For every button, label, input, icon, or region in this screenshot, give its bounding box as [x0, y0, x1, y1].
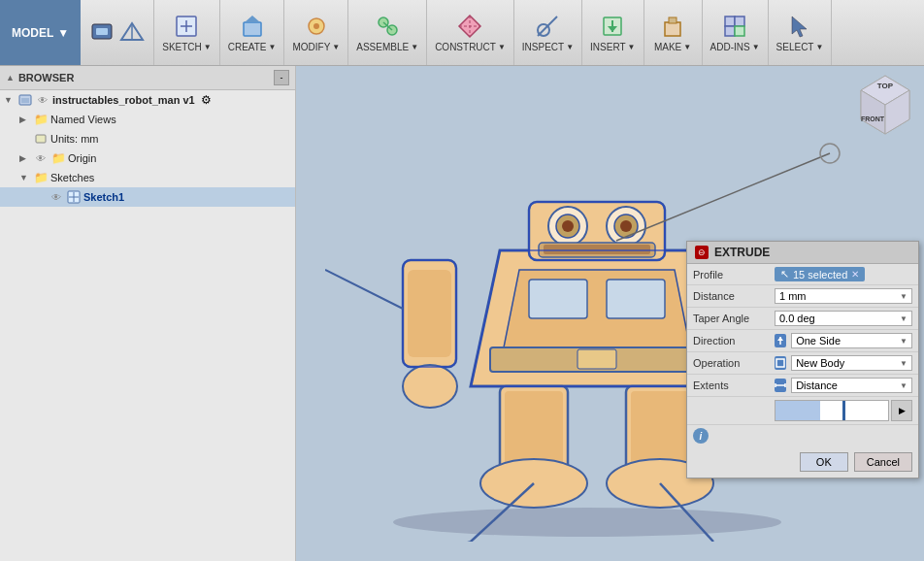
insert-arrow: ▼ [628, 43, 636, 51]
tree-item-named-views[interactable]: ▶ 📁 Named Views [0, 110, 295, 129]
extent-slider[interactable] [775, 400, 889, 421]
direction-input[interactable]: One Side ▼ [791, 333, 912, 348]
svg-rect-23 [669, 17, 676, 23]
select-label: SELECT [776, 42, 814, 52]
tree-icon-sketch1 [66, 189, 82, 205]
svg-rect-7 [244, 22, 261, 36]
profile-clear-btn[interactable]: ✕ [851, 269, 859, 280]
tree-settings-root[interactable]: ⚙ [201, 93, 212, 107]
nav-icon-1 [88, 19, 116, 47]
modify-arrow: ▼ [332, 43, 340, 51]
toolbar-group-inspect[interactable]: INSPECT ▼ [514, 0, 582, 65]
extrude-operation-label: Operation [693, 357, 771, 369]
svg-rect-47 [529, 280, 587, 318]
model-label: MODEL [12, 26, 53, 40]
assemble-arrow: ▼ [411, 43, 418, 51]
inspect-arrow: ▼ [566, 43, 574, 51]
taper-input[interactable]: 0.0 deg ▼ [775, 311, 912, 326]
svg-rect-25 [735, 16, 744, 26]
extrude-row-slider: ▶ [687, 397, 918, 425]
svg-rect-61 [631, 391, 689, 469]
tree-icon-sketches: 📁 [33, 170, 49, 185]
extent-slider-container: ▶ [775, 400, 912, 421]
profile-select-icon: ↖ [780, 268, 789, 280]
extent-arrow-btn[interactable]: ▶ [891, 400, 912, 421]
sketch-arrow: ▼ [204, 43, 212, 51]
nav-icon-2 [118, 19, 146, 47]
toolbar-group-select[interactable]: SELECT ▼ [769, 0, 833, 65]
extrude-row-direction: Direction One Side ▼ [687, 330, 918, 352]
extrude-extents-value: Distance ▼ [775, 378, 912, 393]
toolbar-group-modify[interactable]: MODIFY ▼ [284, 0, 348, 65]
extrude-taper-label: Taper Angle [693, 313, 771, 324]
toolbar-group-insert[interactable]: INSERT ▼ [582, 0, 644, 65]
direction-icon [775, 334, 786, 347]
toolbar-group-sketch[interactable]: SKETCH ▼ [154, 0, 219, 65]
extrude-row-operation: Operation New Body ▼ [687, 352, 918, 375]
viewcube[interactable]: TOP FRONT [851, 71, 919, 139]
svg-rect-52 [408, 270, 451, 357]
addins-arrow: ▼ [752, 43, 760, 51]
canvas[interactable]: TOP FRONT ⊖ EXTRUDE Profile ↖ 15 selecte… [296, 66, 924, 561]
extents-input[interactable]: Distance ▼ [791, 378, 912, 393]
construct-label: CONSTRUCT [435, 42, 496, 52]
select-main-icon [786, 13, 813, 40]
toolbar-group-assemble[interactable]: ASSEMBLE ▼ [348, 0, 427, 65]
extrude-close-btn[interactable]: ⊖ [695, 246, 709, 259]
extrude-distance-label: Distance [693, 290, 771, 302]
make-label: MAKE [654, 42, 681, 52]
tree-item-root[interactable]: ▼ 👁 instructables_robot_man v1 ⚙ [0, 90, 295, 110]
tree: ▼ 👁 instructables_robot_man v1 ⚙ ▶ 📁 Nam… [0, 90, 295, 207]
inspect-label: INSPECT [522, 42, 564, 52]
svg-rect-22 [665, 22, 680, 36]
distance-input[interactable]: 1 mm ▼ [775, 288, 912, 304]
tree-item-sketch1[interactable]: 👁 Sketch1 [0, 187, 295, 207]
tree-item-units[interactable]: Units: mm [0, 129, 295, 148]
svg-line-69 [616, 153, 830, 241]
extrude-row-taper: Taper Angle 0.0 deg ▼ [687, 308, 918, 330]
extent-fill [776, 401, 820, 420]
extrude-direction-label: Direction [693, 335, 771, 346]
toolbar-group-create[interactable]: CREATE ▼ [220, 0, 285, 65]
extrude-profile-label: Profile [693, 269, 771, 280]
toolbar-group-make[interactable]: MAKE ▼ [644, 0, 703, 65]
toolbar-group-nav1[interactable] [81, 0, 154, 65]
tree-eye-origin[interactable]: 👁 [33, 150, 49, 166]
browser-collapse-btn[interactable]: - [274, 70, 289, 85]
tree-label-sketch1: Sketch1 [83, 191, 124, 203]
addins-label: ADD-INS [710, 42, 750, 52]
toolbar-group-addins[interactable]: ADD-INS ▼ [703, 0, 769, 65]
model-button[interactable]: MODEL ▼ [0, 0, 81, 65]
create-label: CREATE [228, 42, 267, 52]
svg-rect-58 [505, 391, 563, 469]
make-arrow: ▼ [683, 43, 691, 51]
profile-badge[interactable]: ↖ 15 selected ✕ [775, 267, 865, 281]
extrude-title: EXTRUDE [714, 246, 910, 259]
tree-eye-sketch1[interactable]: 👁 [49, 189, 64, 205]
extrude-row-extents: Extents Distance ▼ [687, 375, 918, 397]
svg-text:FRONT: FRONT [861, 116, 885, 122]
svg-rect-48 [607, 280, 665, 318]
insert-label: INSERT [590, 42, 626, 52]
tree-item-origin[interactable]: ▶ 👁 📁 Origin [0, 148, 295, 168]
tree-eye-root[interactable]: 👁 [35, 92, 50, 108]
browser-title: BROWSER [18, 72, 270, 83]
create-arrow: ▼ [269, 43, 277, 51]
cancel-button[interactable]: Cancel [854, 452, 912, 472]
svg-rect-30 [21, 98, 29, 103]
svg-point-35 [393, 508, 781, 537]
construct-main-icon [456, 13, 483, 40]
svg-rect-86 [776, 359, 784, 367]
model-arrow: ▼ [57, 26, 69, 40]
svg-point-53 [403, 365, 457, 408]
tree-label-sketches: Sketches [50, 172, 94, 183]
operation-input[interactable]: New Body ▼ [791, 355, 912, 371]
svg-rect-1 [96, 28, 108, 35]
ok-button[interactable]: OK [800, 452, 848, 472]
extrude-panel: ⊖ EXTRUDE Profile ↖ 15 selected ✕ Distan… [686, 241, 919, 478]
toolbar-group-construct[interactable]: CONSTRUCT ▼ [427, 0, 514, 65]
tree-label-root: instructables_robot_man v1 [52, 94, 195, 106]
tree-arrow-named-views: ▶ [19, 115, 31, 124]
tree-item-sketches[interactable]: ▼ 📁 Sketches [0, 168, 295, 187]
extrude-profile-value: ↖ 15 selected ✕ [775, 267, 912, 281]
